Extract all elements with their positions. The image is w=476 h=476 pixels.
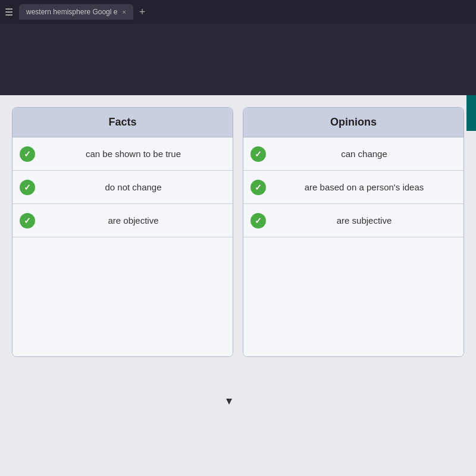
facts-item-1: ✓ can be shown to be true: [12, 137, 233, 171]
address-bar-row: [0, 24, 476, 95]
facts-item-3: ✓ are objective: [12, 204, 233, 237]
tab-bar: ☰ western hemisphere Googl e × +: [0, 0, 476, 24]
right-edge-decoration: [466, 95, 476, 131]
browser-tab[interactable]: western hemisphere Googl e ×: [19, 4, 133, 20]
opinions-header: Opinions: [243, 108, 464, 137]
facts-item-2-text: do not change: [41, 182, 226, 192]
mouse-cursor: [226, 399, 232, 405]
opinions-item-1: ✓ can change: [243, 137, 464, 171]
facts-header: Facts: [12, 108, 233, 137]
check-icon-4: ✓: [250, 146, 266, 162]
opinions-item-3: ✓ are subjective: [243, 204, 464, 237]
facts-item-3-text: are objective: [41, 215, 226, 226]
new-tab-button[interactable]: +: [136, 6, 149, 18]
facts-item-2: ✓ do not change: [12, 171, 233, 204]
menu-icon[interactable]: ☰: [5, 7, 13, 18]
check-icon-5: ✓: [250, 180, 266, 195]
check-icon-1: ✓: [20, 146, 35, 162]
opinions-item-3-text: are subjective: [272, 215, 456, 226]
opinions-item-2: ✓ are based on a person's ideas: [243, 171, 464, 204]
opinions-empty-area: [243, 237, 464, 356]
facts-column: Facts ✓ can be shown to be true ✓ do not…: [12, 107, 233, 357]
opinions-column: Opinions ✓ can change ✓ are based on a p…: [243, 107, 464, 357]
facts-item-1-text: can be shown to be true: [41, 149, 226, 159]
content-area: Facts ✓ can be shown to be true ✓ do not…: [0, 95, 476, 476]
close-tab-button[interactable]: ×: [122, 8, 126, 15]
columns-container: Facts ✓ can be shown to be true ✓ do not…: [12, 107, 464, 357]
check-icon-2: ✓: [20, 180, 35, 195]
check-icon-6: ✓: [250, 213, 266, 228]
opinions-item-1-text: can change: [272, 149, 456, 159]
check-icon-3: ✓: [20, 213, 35, 228]
browser-chrome: ☰ western hemisphere Googl e × +: [0, 0, 476, 95]
facts-empty-area: [12, 237, 233, 356]
opinions-item-2-text: are based on a person's ideas: [272, 182, 456, 192]
tab-label: western hemisphere Googl e: [26, 8, 117, 16]
